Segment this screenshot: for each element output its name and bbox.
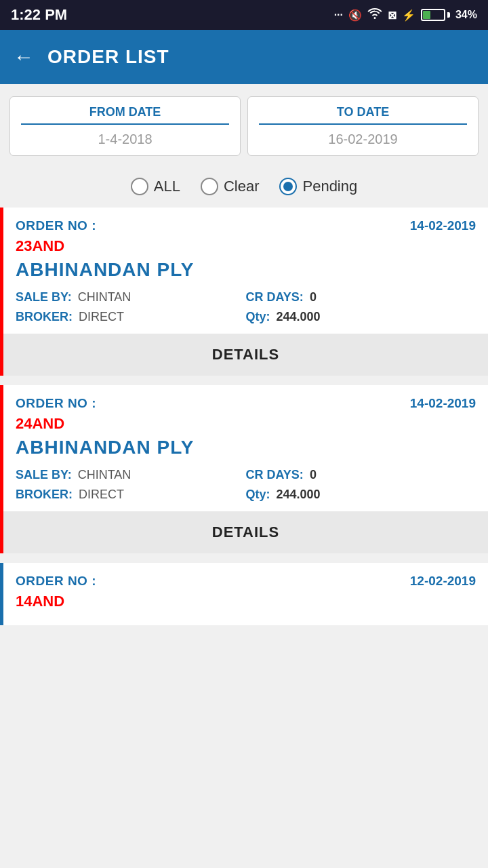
order-2-saleby-label: SALE BY: [16, 468, 72, 481]
order-1-name: ABHINANDAN PLY [16, 259, 476, 281]
order-1-broker: BROKER: DIRECT [16, 310, 246, 324]
order-card-3: ORDER NO : 12-02-2019 14AND [0, 563, 488, 625]
order-3-id: 14AND [16, 593, 476, 610]
to-date-label: TO DATE [259, 105, 467, 125]
order-1-saleby-value: CHINTAN [78, 290, 131, 304]
mute-icon: 🔇 [348, 9, 362, 22]
battery-icon [421, 9, 450, 21]
status-time: 1:22 PM [11, 6, 67, 24]
order-1-date: 14-02-2019 [410, 218, 476, 233]
filter-pending[interactable]: Pending [279, 178, 357, 195]
filter-pending-label: Pending [302, 178, 357, 195]
order-2-broker-value: DIRECT [79, 488, 124, 501]
battery-percent: 34% [455, 9, 477, 21]
order-2-id: 24AND [16, 415, 476, 433]
status-right: ··· 🔇 ⊠ ⚡ 34% [334, 8, 477, 22]
order-1-saleby: SALE BY: CHINTAN [16, 290, 246, 304]
to-date-value: 16-02-2019 [259, 132, 467, 147]
order-2-header: ORDER NO : 14-02-2019 [16, 396, 476, 411]
order-1-crdays: CR DAYS: 0 [246, 290, 476, 304]
radio-all-circle [131, 178, 148, 195]
order-1-details: SALE BY: CHINTAN CR DAYS: 0 BROKER: DIRE… [16, 290, 476, 324]
status-bar: 1:22 PM ··· 🔇 ⊠ ⚡ 34% [0, 0, 488, 30]
filter-all[interactable]: ALL [131, 178, 180, 195]
order-2-broker-label: BROKER: [16, 488, 73, 501]
order-2-crdays-value: 0 [310, 468, 317, 481]
order-2-no-label: ORDER NO : [16, 396, 96, 411]
order-1-details-button[interactable]: DETAILS [3, 334, 488, 376]
order-3-no-label: ORDER NO : [16, 574, 96, 589]
radio-clear-circle [201, 178, 218, 195]
order-2-broker: BROKER: DIRECT [16, 488, 246, 502]
order-2-qty-label: Qty: [246, 488, 270, 501]
lightning-icon: ⚡ [402, 9, 415, 22]
page-title: ORDER LIST [47, 46, 169, 68]
order-1-crdays-value: 0 [310, 290, 317, 304]
header: ← ORDER LIST [0, 30, 488, 84]
order-2-name: ABHINANDAN PLY [16, 437, 476, 458]
order-1-qty-value: 244.000 [277, 310, 321, 323]
date-filter-row: FROM DATE 1-4-2018 TO DATE 16-02-2019 [0, 84, 488, 168]
from-date-label: FROM DATE [21, 105, 229, 125]
dots-icon: ··· [334, 9, 343, 21]
order-card-1: ORDER NO : 14-02-2019 23AND ABHINANDAN P… [0, 208, 488, 376]
order-1-saleby-label: SALE BY: [16, 290, 72, 304]
order-1-qty-label: Qty: [246, 310, 270, 323]
order-card-2: ORDER NO : 14-02-2019 24AND ABHINANDAN P… [0, 385, 488, 553]
sim-icon: ⊠ [388, 9, 396, 22]
from-date-box[interactable]: FROM DATE 1-4-2018 [9, 96, 241, 156]
back-button[interactable]: ← [14, 45, 34, 68]
order-2-details-button[interactable]: DETAILS [3, 511, 488, 553]
order-1-id: 23AND [16, 237, 476, 255]
filter-clear-label: Clear [224, 178, 260, 195]
filter-clear[interactable]: Clear [201, 178, 260, 195]
order-2-qty: Qty: 244.000 [246, 488, 476, 502]
order-1-broker-value: DIRECT [79, 310, 124, 323]
order-2-qty-value: 244.000 [277, 488, 321, 501]
order-1-broker-label: BROKER: [16, 310, 73, 323]
filter-radio-row: ALL Clear Pending [0, 168, 488, 208]
order-1-qty: Qty: 244.000 [246, 310, 476, 324]
order-2-crdays: CR DAYS: 0 [246, 468, 476, 482]
order-1-no-label: ORDER NO : [16, 218, 96, 233]
to-date-box[interactable]: TO DATE 16-02-2019 [247, 96, 479, 156]
order-1-header: ORDER NO : 14-02-2019 [16, 218, 476, 233]
order-3-date: 12-02-2019 [410, 574, 476, 589]
order-2-date: 14-02-2019 [410, 396, 476, 411]
order-2-saleby: SALE BY: CHINTAN [16, 468, 246, 482]
order-2-details: SALE BY: CHINTAN CR DAYS: 0 BROKER: DIRE… [16, 468, 476, 502]
radio-pending-circle [279, 178, 297, 195]
wifi-icon [367, 8, 382, 22]
order-2-saleby-value: CHINTAN [78, 468, 131, 481]
filter-all-label: ALL [154, 178, 180, 195]
from-date-value: 1-4-2018 [21, 132, 229, 147]
order-1-crdays-label: CR DAYS: [246, 290, 304, 304]
order-3-header: ORDER NO : 12-02-2019 [16, 574, 476, 589]
order-2-crdays-label: CR DAYS: [246, 468, 304, 481]
